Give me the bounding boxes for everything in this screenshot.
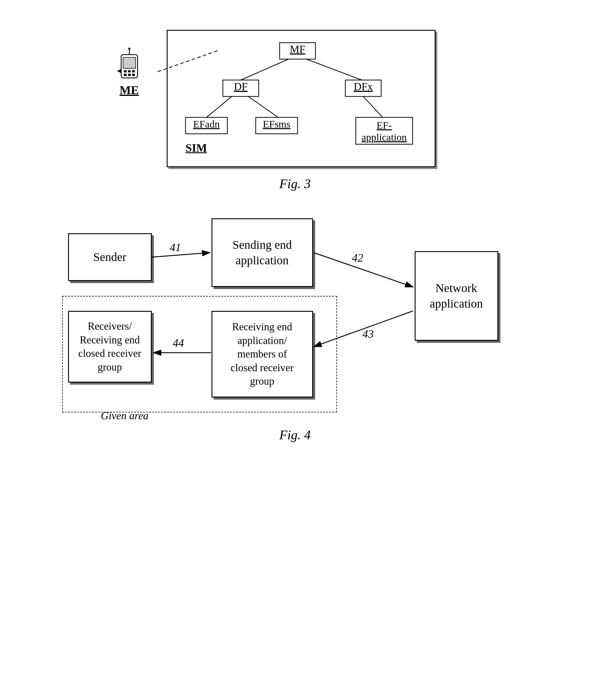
- svg-text:DF: DF: [233, 81, 248, 93]
- fig4-caption: Fig. 4: [279, 427, 311, 443]
- svg-text:application: application: [362, 132, 407, 143]
- me-section: ME: [116, 48, 143, 97]
- svg-line-32: [152, 253, 210, 257]
- fig3-container: ME MF DF: [24, 30, 566, 192]
- svg-marker-10: [117, 69, 121, 73]
- me-label: ME: [119, 83, 138, 97]
- phone-icon: [116, 48, 143, 81]
- svg-line-21: [248, 97, 278, 117]
- svg-rect-6: [128, 74, 130, 76]
- fig4-container: Given area Sender Sending end applicatio…: [24, 209, 566, 443]
- svg-text:EFsms: EFsms: [263, 119, 290, 130]
- svg-text:41: 41: [170, 241, 181, 253]
- svg-rect-1: [123, 57, 135, 69]
- svg-rect-5: [124, 74, 126, 76]
- receiving-end-app-box: Receiving end application/ members of cl…: [211, 311, 313, 397]
- svg-rect-3: [128, 70, 130, 72]
- svg-line-15: [306, 59, 362, 80]
- svg-rect-4: [132, 70, 135, 72]
- fig3-caption: Fig. 3: [279, 176, 311, 192]
- svg-text:DFx: DFx: [354, 81, 373, 93]
- given-area-label: Given area: [101, 410, 149, 422]
- svg-text:43: 43: [362, 328, 374, 340]
- network-app-box: Network application: [415, 251, 498, 341]
- fig4-diagram: Given area Sender Sending end applicatio…: [56, 209, 534, 419]
- svg-rect-7: [132, 74, 135, 76]
- svg-text:42: 42: [352, 251, 363, 264]
- fig3-diagram: ME MF DF: [116, 30, 474, 167]
- svg-line-14: [241, 59, 289, 80]
- svg-rect-2: [124, 70, 126, 72]
- page: ME MF DF: [0, 0, 590, 700]
- svg-text:EFadn: EFadn: [193, 119, 219, 130]
- svg-point-9: [128, 48, 130, 49]
- svg-line-34: [314, 253, 413, 287]
- svg-line-22: [363, 97, 383, 117]
- svg-line-11: [158, 51, 217, 72]
- sending-end-app-box: Sending end application: [211, 218, 313, 287]
- sender-box: Sender: [68, 233, 152, 281]
- receivers-box: Receivers/ Receiving end closed receiver…: [68, 311, 152, 382]
- svg-text:MF: MF: [289, 43, 305, 55]
- svg-text:SIM: SIM: [186, 141, 207, 153]
- me-to-sim-line: [155, 48, 220, 108]
- svg-text:EF-: EF-: [376, 120, 392, 131]
